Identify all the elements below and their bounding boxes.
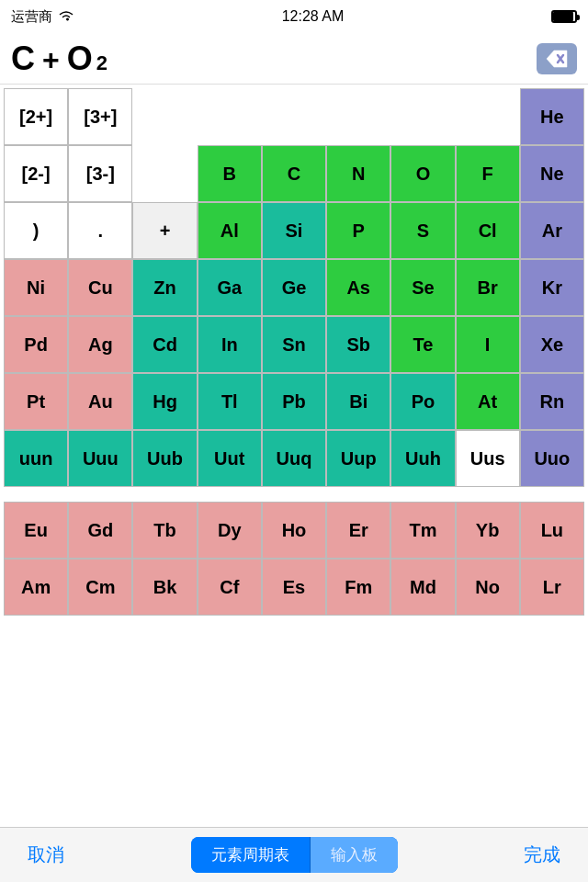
element-S[interactable]: S <box>390 202 455 259</box>
cancel-button[interactable]: 取消 <box>18 835 74 875</box>
element-empty <box>390 88 455 145</box>
element-[3-][interactable]: [3-] <box>68 145 132 202</box>
element-Pd[interactable]: Pd <box>4 316 68 373</box>
backspace-button[interactable] <box>537 43 577 74</box>
row0: [2+][3+]He <box>4 88 584 145</box>
element-Hg[interactable]: Hg <box>132 373 197 430</box>
actinide-No[interactable]: No <box>456 559 520 616</box>
element-Xe[interactable]: Xe <box>520 316 584 373</box>
element-Cd[interactable]: Cd <box>132 316 197 373</box>
lanthanide-Gd[interactable]: Gd <box>68 502 132 559</box>
element-Se[interactable]: Se <box>390 259 455 316</box>
element-Si[interactable]: Si <box>262 202 326 259</box>
lanthanide-Lu[interactable]: Lu <box>520 502 584 559</box>
view-segment: 元素周期表 输入板 <box>191 837 398 873</box>
element-Pt[interactable]: Pt <box>4 373 68 430</box>
element-Ag[interactable]: Ag <box>68 316 132 373</box>
element-empty <box>132 145 197 202</box>
wifi-icon <box>58 9 74 25</box>
element-uun[interactable]: uun <box>4 430 68 487</box>
lanthanide-Er[interactable]: Er <box>326 502 390 559</box>
element-empty <box>326 88 390 145</box>
element-Kr[interactable]: Kr <box>520 259 584 316</box>
element-Br[interactable]: Br <box>456 259 520 316</box>
lanthanide-Tb[interactable]: Tb <box>132 502 197 559</box>
element-Ne[interactable]: Ne <box>520 145 584 202</box>
done-button[interactable]: 完成 <box>514 835 570 875</box>
element-Ga[interactable]: Ga <box>198 259 262 316</box>
element-He[interactable]: He <box>520 88 584 145</box>
element-Pb[interactable]: Pb <box>262 373 326 430</box>
element-Ni[interactable]: Ni <box>4 259 68 316</box>
element-Uuo[interactable]: Uuo <box>520 430 584 487</box>
element-Uup[interactable]: Uup <box>326 430 390 487</box>
element-B[interactable]: B <box>198 145 262 202</box>
element-C[interactable]: C <box>262 145 326 202</box>
element-Uut[interactable]: Uut <box>198 430 262 487</box>
element-Uuq[interactable]: Uuq <box>262 430 326 487</box>
element-Uub[interactable]: Uub <box>132 430 197 487</box>
element-P[interactable]: P <box>326 202 390 259</box>
element-Cl[interactable]: Cl <box>456 202 520 259</box>
element-Sn[interactable]: Sn <box>262 316 326 373</box>
element-Cu[interactable]: Cu <box>68 259 132 316</box>
element-.[interactable]: . <box>68 202 132 259</box>
bottom-toolbar: 取消 元素周期表 输入板 完成 <box>0 827 588 882</box>
element-At[interactable]: At <box>456 373 520 430</box>
lanthanide-row: EuGdTbDyHoErTmYbLu <box>4 502 584 559</box>
element-empty <box>132 88 197 145</box>
element-Tl[interactable]: Tl <box>198 373 262 430</box>
element-Ge[interactable]: Ge <box>262 259 326 316</box>
element-Te[interactable]: Te <box>390 316 455 373</box>
element-[2+][interactable]: [2+] <box>4 88 68 145</box>
element-Po[interactable]: Po <box>390 373 455 430</box>
element-Ar[interactable]: Ar <box>520 202 584 259</box>
battery-icon <box>551 10 577 23</box>
element-Uuu[interactable]: Uuu <box>68 430 132 487</box>
input-panel-tab[interactable]: 输入板 <box>311 837 398 873</box>
element-Uuh[interactable]: Uuh <box>390 430 455 487</box>
actinide-Fm[interactable]: Fm <box>326 559 390 616</box>
element-)[interactable]: ) <box>4 202 68 259</box>
actinide-row: AmCmBkCfEsFmMdNoLr <box>4 559 584 616</box>
actinide-Am[interactable]: Am <box>4 559 68 616</box>
row5: PtAuHgTlPbBiPoAtRn <box>4 373 584 430</box>
row3: NiCuZnGaGeAsSeBrKr <box>4 259 584 316</box>
element-Sb[interactable]: Sb <box>326 316 390 373</box>
lanthanide-Eu[interactable]: Eu <box>4 502 68 559</box>
formula-O: O <box>67 40 93 78</box>
element-Bi[interactable]: Bi <box>326 373 390 430</box>
periodic-table-area: [2+][3+]He[2-][3-]BCNOFNe).+AlSiPSClArNi… <box>0 85 588 619</box>
formula-bar: C + O 2 <box>0 33 588 85</box>
element-+[interactable]: + <box>132 202 197 259</box>
element-Rn[interactable]: Rn <box>520 373 584 430</box>
status-left: 运营商 <box>11 8 74 26</box>
actinide-Es[interactable]: Es <box>262 559 326 616</box>
element-[2-][interactable]: [2-] <box>4 145 68 202</box>
element-N[interactable]: N <box>326 145 390 202</box>
lanthanide-Yb[interactable]: Yb <box>456 502 520 559</box>
status-right <box>551 10 577 23</box>
formula-C: C <box>11 40 35 78</box>
element-F[interactable]: F <box>456 145 520 202</box>
element-Uus[interactable]: Uus <box>456 430 520 487</box>
element-In[interactable]: In <box>198 316 262 373</box>
status-time: 12:28 AM <box>282 8 345 25</box>
actinide-Md[interactable]: Md <box>390 559 455 616</box>
element-O[interactable]: O <box>390 145 455 202</box>
lanthanide-Tm[interactable]: Tm <box>390 502 455 559</box>
actinide-Lr[interactable]: Lr <box>520 559 584 616</box>
lanthanide-Dy[interactable]: Dy <box>198 502 262 559</box>
actinide-Cm[interactable]: Cm <box>68 559 132 616</box>
actinide-Cf[interactable]: Cf <box>198 559 262 616</box>
actinide-Bk[interactable]: Bk <box>132 559 197 616</box>
periodic-table-tab[interactable]: 元素周期表 <box>191 837 310 873</box>
element-As[interactable]: As <box>326 259 390 316</box>
lanthanide-Ho[interactable]: Ho <box>262 502 326 559</box>
formula-plus: + <box>42 43 60 77</box>
element-[3+][interactable]: [3+] <box>68 88 132 145</box>
element-Zn[interactable]: Zn <box>132 259 197 316</box>
element-Au[interactable]: Au <box>68 373 132 430</box>
element-Al[interactable]: Al <box>198 202 262 259</box>
element-I[interactable]: I <box>456 316 520 373</box>
